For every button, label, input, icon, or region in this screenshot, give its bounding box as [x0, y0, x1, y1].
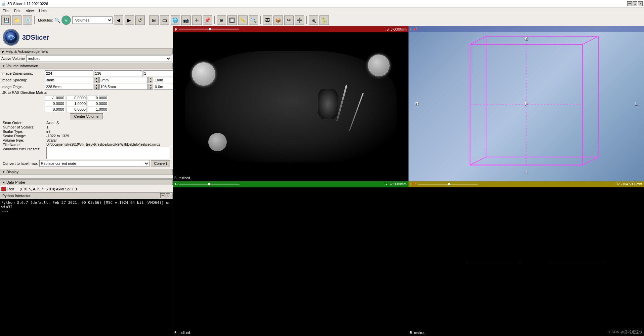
spacing-y-input[interactable]	[99, 77, 148, 83]
spacing-z-spinner: ▲▼	[154, 77, 173, 83]
ct-spine-body	[318, 89, 338, 119]
matrix-22-input[interactable]	[88, 107, 108, 112]
vol-render-btn[interactable]: 🖼	[263, 15, 272, 25]
python-input[interactable]	[10, 209, 146, 214]
convert-button[interactable]: Convert	[151, 160, 170, 166]
scan-order-value: Axial IS	[46, 121, 170, 125]
top-left-bar: R S: 0.0000mm	[173, 26, 409, 32]
image-spacing-inputs: ▲▼ ▲▼ ▲▼	[45, 77, 173, 83]
crosshair2-btn[interactable]: ⊕	[217, 15, 226, 25]
toolbar-save-btn[interactable]: 💿	[23, 15, 32, 25]
toolbar-save-scene-btn[interactable]: 💾	[1, 15, 11, 25]
top-left-viewport[interactable]: R S: 0.0000mm	[173, 26, 409, 181]
image-dim-x-input[interactable]	[45, 70, 93, 76]
matrix-02-input[interactable]	[88, 95, 108, 101]
models-btn[interactable]: 🌐	[171, 15, 180, 25]
num-scalars-label: Number of Scalars:	[3, 125, 46, 129]
spacing-y-spin-btn[interactable]: ▲▼	[148, 77, 153, 83]
matrix-10-input[interactable]	[45, 101, 65, 106]
top-right-bar-icon: I	[411, 28, 412, 31]
bottom-left-bar-left: G	[175, 182, 240, 186]
python-section: Python Interactor ─ × Python 3.6.7 (defa…	[0, 192, 173, 336]
image-dim-z-input[interactable]	[143, 70, 173, 76]
spacing-z-input[interactable]	[154, 77, 173, 83]
window-level-textarea[interactable]	[46, 147, 170, 159]
image-origin-label: Image Origin:	[1, 85, 45, 89]
python-btn[interactable]: 🐍	[319, 15, 329, 25]
origin-z-spinner: ▲▼	[154, 84, 173, 90]
active-volume-select[interactable]: resliced	[26, 55, 171, 62]
reload-btn[interactable]: ↺	[135, 15, 145, 25]
bottom-left-slider[interactable]	[179, 184, 240, 185]
matrix-12-input[interactable]	[88, 101, 108, 106]
python-close-btn[interactable]: ×	[166, 193, 170, 198]
scan-order-label: Scan Order:	[3, 121, 46, 125]
spacing-x-input[interactable]	[45, 77, 93, 83]
layout-btn[interactable]: ⊞	[149, 15, 159, 25]
maximize-button[interactable]: □	[633, 1, 637, 6]
top-left-slider[interactable]	[179, 29, 239, 30]
top-right-viewport[interactable]: I 📌 S I R L P	[409, 26, 644, 181]
ijk-ras-label: IJK to RAS Direction Matrix:	[1, 90, 45, 95]
left-scrollable: ▶ Help & Acknowledgement Active Volume r…	[0, 48, 173, 192]
origin-z-input[interactable]	[154, 84, 173, 90]
module-icon-btn[interactable]: V	[61, 15, 71, 25]
go-back-btn[interactable]: ◀	[114, 15, 123, 25]
display-section-label: Display	[6, 170, 18, 174]
help-section-header[interactable]: ▶ Help & Acknowledgement	[0, 48, 173, 54]
origin-y-input[interactable]	[99, 84, 148, 90]
bottom-left-viewport[interactable]: G A: -2.5000mm B: resliced	[173, 181, 409, 336]
titlebar: 🔬 3D Slicer 4.11.20210226 ─ □ ×	[0, 0, 644, 7]
bottom-right-viewport[interactable]: I 📌 R: -104.5000mm B: resliced CSDN @落花逐…	[409, 181, 644, 336]
num-scalars-value: 1	[46, 125, 170, 129]
center-volume-button[interactable]: Center Volume	[70, 113, 103, 119]
menu-help[interactable]: Help	[38, 9, 48, 13]
spacing-x-spin-btn[interactable]: ▲▼	[94, 77, 99, 83]
ruler-btn[interactable]: 📏	[238, 15, 248, 25]
vol-render2-btn[interactable]: 📦	[273, 15, 283, 25]
volume-info-section-header[interactable]: ▼ Volume Information	[0, 63, 173, 69]
vol-clip-btn[interactable]: ✂	[284, 15, 294, 25]
main-layout: 3DSlicer ▶ Help & Acknowledgement Active…	[0, 26, 644, 336]
matrix-21-input[interactable]	[67, 107, 87, 112]
matrix-00-input[interactable]	[45, 95, 65, 101]
python-minimize-btn[interactable]: ─	[160, 193, 165, 198]
matrix-row-2	[45, 101, 171, 106]
screenshot-btn[interactable]: 📷	[181, 15, 191, 25]
origin-y-spin-btn[interactable]: ▲▼	[148, 84, 153, 90]
segment-btn[interactable]: 🗃	[160, 15, 169, 25]
matrix-11-input[interactable]	[67, 101, 87, 106]
toolbar-sep5	[306, 16, 307, 24]
menu-file[interactable]: File	[1, 9, 10, 13]
app-title: 3D Slicer 4.11.20210226	[7, 2, 48, 6]
titlebar-buttons: ─ □ ×	[627, 1, 643, 6]
python-version-text: Python 3.6.7 (default, Feb 27 2021, 00:0…	[1, 200, 171, 209]
image-dim-y-input[interactable]	[94, 70, 142, 76]
scalar-type-row: Scalar Type: int	[1, 129, 171, 134]
probe-color-box-red	[1, 187, 6, 191]
bottom-right-slider[interactable]	[418, 184, 478, 185]
origin-x-spin-btn[interactable]: ▲▼	[94, 84, 99, 90]
extensions-btn[interactable]: 🔌	[309, 15, 318, 25]
origin-x-input[interactable]	[45, 84, 93, 90]
menu-view[interactable]: View	[25, 9, 35, 13]
image-dimensions-row: Image Dimensions:	[1, 70, 171, 76]
toolbar-add-data-btn[interactable]: 📁	[12, 15, 22, 25]
menu-edit[interactable]: Edit	[13, 9, 22, 13]
view3d-btn[interactable]: 🔲	[227, 15, 237, 25]
fiducial-btn[interactable]: 📌	[203, 15, 212, 25]
bottom-left-bar: G A: -2.5000mm	[173, 181, 409, 187]
data-probe-section-header[interactable]: ▼ Data Probe	[0, 179, 173, 185]
minimize-button[interactable]: ─	[627, 1, 632, 6]
python-prompt: >>>	[1, 209, 8, 214]
display-section-header[interactable]: ▼ Display	[0, 169, 173, 175]
matrix-20-input[interactable]	[45, 107, 65, 112]
close-button[interactable]: ×	[638, 1, 643, 6]
crosshair-btn[interactable]: ✛	[192, 15, 202, 25]
go-forward-btn[interactable]: ▶	[125, 15, 134, 25]
plus-minus-btn[interactable]: ➕	[295, 15, 304, 25]
zoom-btn[interactable]: 🔍	[249, 15, 258, 25]
modules-select[interactable]: Volumes	[72, 16, 113, 24]
matrix-01-input[interactable]	[67, 95, 87, 101]
convert-select[interactable]: Replace current node	[39, 160, 150, 167]
